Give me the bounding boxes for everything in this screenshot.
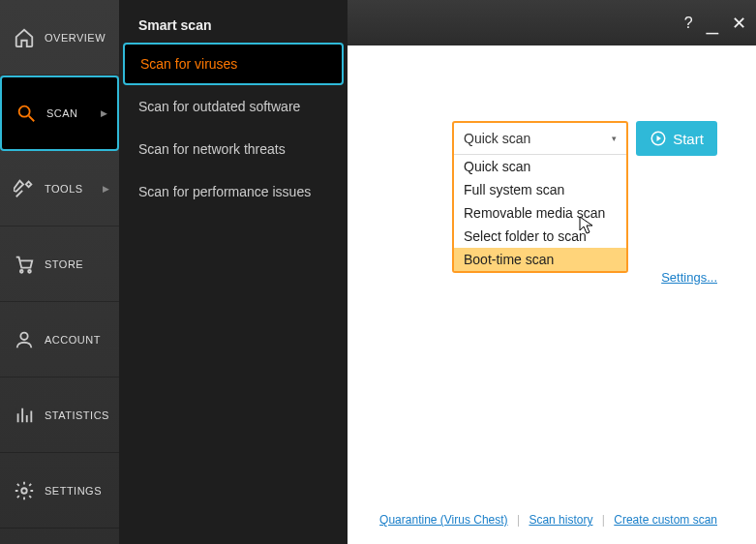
svg-point-2 xyxy=(28,269,31,272)
svg-point-1 xyxy=(20,269,23,272)
sidebar-label: SCAN xyxy=(46,107,78,119)
scan-type-dropdown[interactable]: Quick scan ▾ Quick scan Full system scan… xyxy=(452,121,628,273)
sidebar-item-scan[interactable]: SCAN ▶ xyxy=(0,76,119,151)
svg-point-3 xyxy=(20,332,27,339)
settings-link[interactable]: Settings... xyxy=(661,270,717,285)
sidebar-label: ACCOUNT xyxy=(45,334,101,346)
sidebar-item-tools[interactable]: TOOLS ▶ xyxy=(0,151,119,227)
app-window: OVERVIEW SCAN ▶ TOOLS ▶ STORE ACCOUNT ST… xyxy=(0,0,756,544)
close-button[interactable]: ✕ xyxy=(732,13,746,34)
footer-links: Quarantine (Virus Chest) | Scan history … xyxy=(379,513,717,527)
svg-point-0 xyxy=(19,106,30,117)
help-button[interactable]: ? xyxy=(684,15,693,32)
dropdown-selected-label: Quick scan xyxy=(464,131,530,146)
submenu-title[interactable]: Smart scan xyxy=(119,0,348,39)
dropdown-option[interactable]: Boot-time scan xyxy=(454,248,626,271)
user-icon xyxy=(14,329,35,350)
sidebar-label: OVERVIEW xyxy=(45,32,106,44)
quarantine-link[interactable]: Quarantine (Virus Chest) xyxy=(379,513,508,527)
chevron-right-icon: ▶ xyxy=(103,184,109,194)
minimize-button[interactable]: _ xyxy=(707,19,718,27)
dropdown-option[interactable]: Removable media scan xyxy=(454,201,626,225)
sidebar-label: TOOLS xyxy=(45,183,83,195)
chevron-down-icon: ▾ xyxy=(612,134,617,143)
sidebar-item-account[interactable]: ACCOUNT xyxy=(0,302,119,378)
play-icon xyxy=(650,130,667,147)
sidebar: OVERVIEW SCAN ▶ TOOLS ▶ STORE ACCOUNT ST… xyxy=(0,0,119,544)
cart-icon xyxy=(14,254,35,275)
create-custom-scan-link[interactable]: Create custom scan xyxy=(614,513,717,527)
dropdown-option[interactable]: Full system scan xyxy=(454,178,626,201)
tools-icon xyxy=(14,178,35,199)
scan-history-link[interactable]: Scan history xyxy=(529,513,592,527)
sidebar-label: SETTINGS xyxy=(45,485,102,497)
chevron-right-icon: ▶ xyxy=(101,108,107,118)
sidebar-item-overview[interactable]: OVERVIEW xyxy=(0,0,119,76)
svg-point-4 xyxy=(21,488,27,494)
submenu-item-scan-performance[interactable]: Scan for performance issues xyxy=(119,170,348,213)
submenu-item-scan-outdated[interactable]: Scan for outdated software xyxy=(119,85,348,128)
stats-icon xyxy=(14,405,35,426)
submenu-item-scan-network[interactable]: Scan for network threats xyxy=(119,128,348,170)
titlebar-controls: ? _ ✕ xyxy=(684,13,746,34)
dropdown-selected[interactable]: Quick scan ▾ xyxy=(454,123,626,155)
dropdown-option[interactable]: Quick scan xyxy=(454,155,626,178)
sidebar-item-statistics[interactable]: STATISTICS xyxy=(0,378,119,453)
sidebar-label: STORE xyxy=(45,258,83,270)
sidebar-label: STATISTICS xyxy=(45,409,109,421)
sidebar-item-store[interactable]: STORE xyxy=(0,227,119,302)
start-button-label: Start xyxy=(673,131,704,147)
sidebar-item-settings[interactable]: SETTINGS xyxy=(0,453,119,529)
scan-submenu: Smart scan Scan for viruses Scan for out… xyxy=(119,0,348,544)
dropdown-option[interactable]: Select folder to scan xyxy=(454,225,626,248)
dropdown-list: Quick scan Full system scan Removable me… xyxy=(454,155,626,271)
home-icon xyxy=(14,27,35,48)
magnify-icon xyxy=(15,103,37,124)
scan-controls: Quick scan ▾ Quick scan Full system scan… xyxy=(452,121,717,273)
submenu-item-scan-viruses[interactable]: Scan for viruses xyxy=(123,43,344,85)
start-button[interactable]: Start xyxy=(636,121,717,156)
gear-icon xyxy=(14,480,35,501)
